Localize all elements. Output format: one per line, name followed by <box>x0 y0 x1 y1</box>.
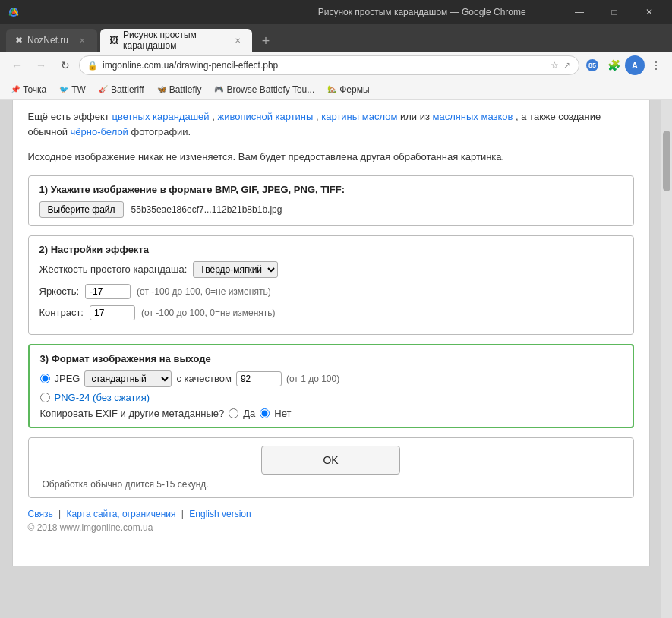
close-button[interactable]: ✕ <box>633 2 666 23</box>
bookmark-star-icon[interactable]: ☆ <box>551 60 559 71</box>
bookmark-tochka[interactable]: 📌 Точка <box>6 83 50 96</box>
lock-icon: 🔒 <box>87 61 98 71</box>
browser-window: Рисунок простым карандашом — Google Chro… <box>0 0 672 618</box>
ok-section: OK Обработка обычно длится 5-15 секунд. <box>28 437 634 498</box>
hardness-select[interactable]: Мягкий Твёрдо-мягкий Твёрдый <box>193 261 278 278</box>
contrast-label: Контраст: <box>39 307 84 318</box>
section1-title: 1) Укажите изображение в формате BMP, GI… <box>39 184 623 195</box>
tab-close-2[interactable]: ✕ <box>233 34 243 46</box>
bookmark-browse[interactable]: 🎮 Browse Battlefy Tou... <box>210 83 318 96</box>
title-bar: Рисунок простым карандашом — Google Chro… <box>0 0 672 24</box>
section3-title: 3) Формат изображения на выходе <box>40 353 622 364</box>
address-text: imgonline.com.ua/drawing-pencil-effect.p… <box>103 60 278 71</box>
nav-bar: ← → ↻ 🔒 imgonline.com.ua/drawing-pencil-… <box>0 52 672 79</box>
bookmark-battlefly-icon: 🦋 <box>156 84 167 95</box>
link-painting[interactable]: живописной картины <box>217 111 313 122</box>
puzzle-icon[interactable]: 🧩 <box>604 55 623 75</box>
reload-button[interactable]: ↻ <box>55 55 76 76</box>
separator-2: | <box>181 509 186 519</box>
browser-body: Ещё есть эффект цветных карандашей , жив… <box>0 100 672 618</box>
quality-hint: (от 1 до 100) <box>286 374 339 384</box>
exif-no-radio[interactable] <box>260 408 270 418</box>
title-bar-title: Рисунок простым карандашом — Google Chro… <box>285 7 560 17</box>
intro-note: Исходное изображение никак не изменяется… <box>28 150 634 165</box>
brightness-input[interactable]: -17 <box>85 284 131 299</box>
tab-favicon-2: 🖼 <box>109 35 118 46</box>
page-wrapper: Ещё есть эффект цветных карандашей , жив… <box>0 100 661 618</box>
title-bar-controls: — □ ✕ <box>563 2 666 23</box>
processing-time-text: Обработка обычно длится 5-15 секунд. <box>43 479 623 490</box>
separator-1: | <box>58 509 63 519</box>
footer-svyaz-link[interactable]: Связь <box>28 509 53 519</box>
bookmark-fermy-label: Фермы <box>339 84 369 95</box>
extensions-button[interactable]: 85 <box>582 55 602 75</box>
section1-box: 1) Укажите изображение в формате BMP, GI… <box>28 175 634 226</box>
hardness-row: Жёсткость простого карандаша: Мягкий Твё… <box>39 261 623 278</box>
exif-no-label: Нет <box>274 408 291 419</box>
bookmark-tochka-icon: 📌 <box>10 84 21 95</box>
section2-box: 2) Настройки эффекта Жёсткость простого … <box>28 235 634 335</box>
bookmark-fermy[interactable]: 🏡 Фермы <box>323 83 373 96</box>
bookmark-browse-icon: 🎮 <box>213 84 224 95</box>
link-oil-strokes[interactable]: масляных мазков <box>433 111 513 122</box>
page-inner: Ещё есть эффект цветных карандашей , жив… <box>13 100 649 542</box>
bookmark-tw[interactable]: 🐦 TW <box>55 83 90 96</box>
link-oil-painting[interactable]: картины маслом <box>321 111 397 122</box>
quality-input[interactable] <box>236 371 282 386</box>
contrast-input[interactable]: 17 <box>90 305 135 320</box>
intro-text-1: Ещё есть эффект <box>28 111 112 122</box>
png-radio[interactable] <box>40 393 50 402</box>
exif-label: Копировать EXIF и другие метаданные? <box>40 408 225 419</box>
footer-links: Связь | Карта сайта, ограничения | Engli… <box>28 509 634 519</box>
forward-button[interactable]: → <box>30 55 52 76</box>
png-label: PNG-24 (без сжатия) <box>55 392 150 403</box>
file-name-text: 55b35eae186ecf7...112b21b8b1b.jpg <box>131 204 282 215</box>
contrast-hint: (от -100 до 100, 0=не изменять) <box>141 307 276 318</box>
jpeg-row: JPEG стандартный прогрессивный с качеств… <box>40 370 622 387</box>
back-button[interactable]: ← <box>6 55 27 76</box>
footer-karta-link[interactable]: Карта сайта, ограничения <box>66 509 175 519</box>
minimize-button[interactable]: — <box>563 2 596 23</box>
maximize-button[interactable]: □ <box>598 2 631 23</box>
bookmark-battlefly[interactable]: 🦋 Battlefly <box>153 83 206 96</box>
address-share-icon[interactable]: ↗ <box>563 60 571 71</box>
bookmark-browse-label: Browse Battlefy Tou... <box>226 84 314 95</box>
brightness-hint: (от -100 до 100, 0=не изменять) <box>137 286 271 297</box>
ok-button[interactable]: OK <box>261 446 399 475</box>
profile-button[interactable]: A <box>625 55 645 75</box>
link-colored-pencils[interactable]: цветных карандашей <box>112 111 209 122</box>
tab-close-1[interactable]: ✕ <box>76 34 88 46</box>
quality-prefix: с качеством <box>176 373 231 384</box>
link-bw[interactable]: чёрно-белой <box>71 126 128 137</box>
address-bar[interactable]: 🔒 imgonline.com.ua/drawing-pencil-effect… <box>79 55 579 75</box>
jpeg-radio[interactable] <box>40 374 50 383</box>
brightness-row: Яркость: -17 (от -100 до 100, 0=не измен… <box>39 284 623 299</box>
contrast-row: Контраст: 17 (от -100 до 100, 0=не измен… <box>39 305 623 320</box>
exif-yes-radio[interactable] <box>229 408 238 418</box>
bookmark-battleriff[interactable]: 🎸 Battleriff <box>94 83 148 96</box>
section2-title: 2) Настройки эффекта <box>39 244 623 255</box>
page-content: Ещё есть эффект цветных карандашей , жив… <box>12 100 650 566</box>
new-tab-button[interactable]: + <box>255 30 276 52</box>
file-row: Выберите файл 55b35eae186ecf7...112b21b8… <box>39 201 623 218</box>
tab-label-1: NozNet.ru <box>27 35 68 46</box>
tab-drawing[interactable]: 🖼 Рисунок простым карандашом ✕ <box>100 29 252 52</box>
scrollbar[interactable] <box>661 100 672 618</box>
intro-sep3: или из <box>400 111 433 122</box>
ok-btn-container: OK <box>39 446 623 475</box>
bookmark-fermy-icon: 🏡 <box>327 84 337 95</box>
bookmark-tw-label: TW <box>71 84 86 95</box>
footer-english-link[interactable]: English version <box>189 509 251 519</box>
jpeg-type-select[interactable]: стандартный прогрессивный <box>84 370 172 387</box>
scrollbar-thumb[interactable] <box>663 131 670 191</box>
copyright-text: © 2018 www.imgonline.com.ua <box>28 522 634 533</box>
bookmark-tochka-label: Точка <box>23 84 46 95</box>
intro-paragraph: Ещё есть эффект цветных карандашей , жив… <box>28 109 634 139</box>
hardness-label: Жёсткость простого карандаша: <box>39 263 188 275</box>
choose-file-button[interactable]: Выберите файл <box>39 201 124 218</box>
settings-button[interactable]: ⋮ <box>646 55 666 75</box>
jpeg-label: JPEG <box>55 373 80 384</box>
png-row: PNG-24 (без сжатия) <box>40 392 622 403</box>
tab-noznet[interactable]: ✖ NozNet.ru ✕ <box>6 29 97 52</box>
tab-label-2: Рисунок простым карандашом <box>123 30 229 51</box>
